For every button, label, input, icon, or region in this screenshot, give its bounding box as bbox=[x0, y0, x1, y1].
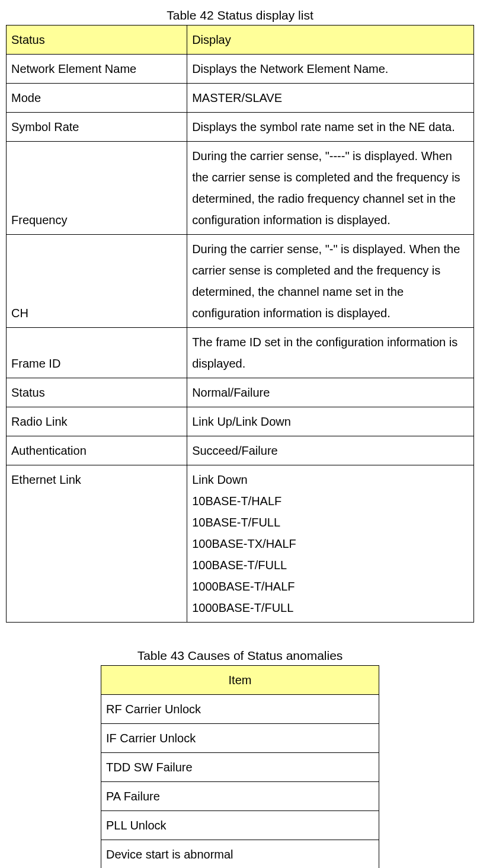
table42: Status Display Network Element NameDispl… bbox=[6, 25, 474, 623]
ethernet-link-option: 1000BASE-T/FULL bbox=[192, 597, 469, 618]
table-row: Frame IDThe frame ID set in the configur… bbox=[7, 328, 474, 378]
table42-status-cell: Mode bbox=[7, 84, 187, 113]
ethernet-link-option: Link Down bbox=[192, 469, 469, 490]
table42-display-cell: Displays the Network Element Name. bbox=[187, 55, 474, 84]
table43-header-row: Item bbox=[101, 666, 379, 695]
ethernet-link-option: 100BASE-TX/HALF bbox=[192, 533, 469, 554]
table-row: AuthenticationSucceed/Failure bbox=[7, 436, 474, 465]
table43-item-cell: TDD SW Failure bbox=[101, 753, 379, 782]
ethernet-link-option: 10BASE-T/FULL bbox=[192, 512, 469, 533]
table43-item-cell: RF Carrier Unlock bbox=[101, 695, 379, 724]
table43-item-cell: Device start is abnormal bbox=[101, 840, 379, 869]
table42-ethernet-row: Ethernet Link Link Down10BASE-T/HALF10BA… bbox=[7, 465, 474, 623]
table-row: Symbol RateDisplays the symbol rate name… bbox=[7, 113, 474, 142]
table42-header-display: Display bbox=[187, 25, 474, 55]
table42-display-cell: Link Up/Link Down bbox=[187, 407, 474, 436]
table42-title: Table 42 Status display list bbox=[6, 8, 474, 23]
table43-item-cell: IF Carrier Unlock bbox=[101, 724, 379, 753]
table-row: RF Carrier Unlock bbox=[101, 695, 379, 724]
table43-title: Table 43 Causes of Status anomalies bbox=[6, 649, 474, 663]
table42-ethernet-display: Link Down10BASE-T/HALF10BASE-T/FULL100BA… bbox=[187, 465, 474, 623]
table42-display-cell: The frame ID set in the configuration in… bbox=[187, 328, 474, 378]
table-row: TDD SW Failure bbox=[101, 753, 379, 782]
table-row: FrequencyDuring the carrier sense, "----… bbox=[7, 142, 474, 235]
ethernet-link-option: 10BASE-T/HALF bbox=[192, 490, 469, 512]
table-row: CHDuring the carrier sense, "-" is displ… bbox=[7, 235, 474, 328]
table42-status-cell: Authentication bbox=[7, 436, 187, 465]
table42-display-cell: Normal/Failure bbox=[187, 378, 474, 407]
table43: Item RF Carrier UnlockIF Carrier UnlockT… bbox=[101, 665, 379, 868]
table42-status-cell: Symbol Rate bbox=[7, 113, 187, 142]
table-row: ModeMASTER/SLAVE bbox=[7, 84, 474, 113]
table43-item-cell: PLL Unlock bbox=[101, 811, 379, 840]
table42-header-status: Status bbox=[7, 25, 187, 55]
table43-item-cell: PA Failure bbox=[101, 782, 379, 811]
ethernet-link-option: 1000BASE-T/HALF bbox=[192, 576, 469, 597]
table-row: IF Carrier Unlock bbox=[101, 724, 379, 753]
table42-display-cell: Displays the symbol rate name set in the… bbox=[187, 113, 474, 142]
table42-ethernet-status: Ethernet Link bbox=[7, 465, 187, 623]
table42-header-row: Status Display bbox=[7, 25, 474, 55]
table-row: Radio LinkLink Up/Link Down bbox=[7, 407, 474, 436]
table43-header-item: Item bbox=[101, 666, 379, 695]
ethernet-link-option: 100BASE-T/FULL bbox=[192, 554, 469, 576]
table-row: PA Failure bbox=[101, 782, 379, 811]
table42-status-cell: Status bbox=[7, 378, 187, 407]
table42-status-cell: Frame ID bbox=[7, 328, 187, 378]
table42-display-cell: MASTER/SLAVE bbox=[187, 84, 474, 113]
table42-status-cell: Radio Link bbox=[7, 407, 187, 436]
table-row: StatusNormal/Failure bbox=[7, 378, 474, 407]
table42-display-cell: During the carrier sense, "----" is disp… bbox=[187, 142, 474, 235]
table-row: Device start is abnormal bbox=[101, 840, 379, 869]
table42-status-cell: Frequency bbox=[7, 142, 187, 235]
table42-status-cell: CH bbox=[7, 235, 187, 328]
table-row: Network Element NameDisplays the Network… bbox=[7, 55, 474, 84]
table42-status-cell: Network Element Name bbox=[7, 55, 187, 84]
table42-display-cell: Succeed/Failure bbox=[187, 436, 474, 465]
table-row: PLL Unlock bbox=[101, 811, 379, 840]
table42-display-cell: During the carrier sense, "-" is display… bbox=[187, 235, 474, 328]
